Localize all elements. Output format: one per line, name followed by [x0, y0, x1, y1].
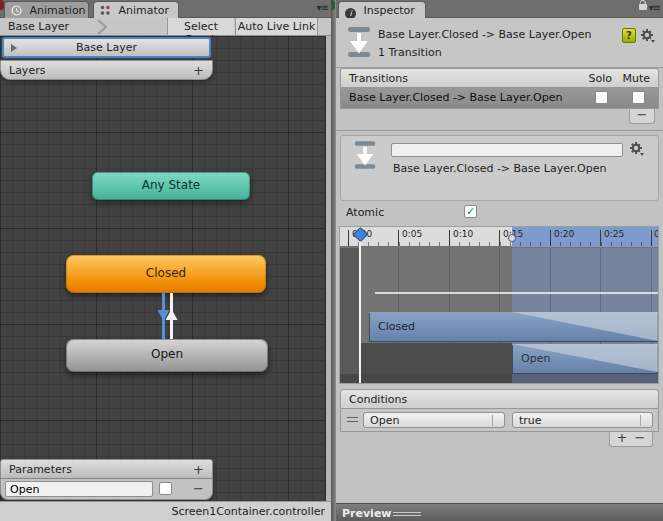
- transition-detail-label: Base Layer.Closed -> Base Layer.Open: [393, 162, 606, 175]
- conditions-header: Conditions: [340, 389, 659, 409]
- ruler-label: 0:3: [654, 229, 659, 239]
- mute-checkbox[interactable]: [632, 91, 645, 104]
- statusbar: Screen1Container.controller: [0, 501, 331, 521]
- inspector-title: Base Layer.Closed -> Base Layer.Open: [378, 28, 591, 41]
- atomic-checkbox[interactable]: ✓: [464, 205, 477, 218]
- parameter-bool-checkbox[interactable]: [159, 482, 172, 495]
- animator-tabstrip: Animation Animator ▾≡: [0, 0, 331, 18]
- clip-label: Open: [521, 352, 550, 365]
- timeline-clip-closed[interactable]: Closed: [369, 312, 658, 342]
- transition-start-marker[interactable]: [508, 234, 516, 242]
- add-layer-button[interactable]: +: [193, 63, 204, 78]
- separator: [336, 130, 663, 131]
- clip-label: Closed: [378, 320, 415, 333]
- tab-animator-label: Animator: [119, 4, 170, 17]
- timeline-empty-track: [359, 343, 512, 374]
- transition-arrows[interactable]: [150, 293, 190, 339]
- preview-drag-handle-icon: [393, 512, 421, 516]
- atomic-row: Atomic ✓: [346, 206, 656, 222]
- gear-icon[interactable]: [640, 28, 655, 46]
- lock-icon[interactable]: [639, 4, 647, 10]
- transition-timeline[interactable]: 0:00 0:05 0:10 0:15 0:20 0:25 0:3 Closed: [339, 226, 659, 384]
- state-node-label: Open: [151, 347, 183, 361]
- tab-inspector[interactable]: i Inspector: [338, 1, 426, 18]
- dropdown-arrows-icon: [640, 415, 649, 426]
- pane-menu-icon[interactable]: ▾≡: [649, 2, 660, 13]
- pane-menu-icon[interactable]: ▾≡: [317, 2, 328, 13]
- remove-condition-button[interactable]: −: [631, 432, 649, 444]
- parameters-panel-header: Parameters +: [0, 459, 213, 479]
- disclosure-triangle-icon: [11, 44, 17, 52]
- layers-header-label: Layers: [9, 64, 45, 77]
- add-condition-button[interactable]: +: [613, 432, 631, 444]
- transition-icon: [353, 140, 377, 173]
- layers-panel-header: Layers +: [0, 60, 213, 80]
- condition-value-dropdown[interactable]: true: [512, 412, 653, 428]
- animator-icon: [100, 5, 111, 19]
- auto-live-link-button[interactable]: Auto Live Link: [235, 18, 318, 35]
- mute-column-label: Mute: [622, 72, 650, 85]
- breadcrumb-bar: Base Layer Select Graph Auto Live Link: [0, 18, 331, 36]
- transition-name-field[interactable]: [391, 143, 623, 157]
- solo-column-label: Solo: [589, 72, 613, 85]
- animator-graph-canvas[interactable]: Base Layer Layers + Any State Closed Ope…: [0, 36, 331, 501]
- ruler-minor-ticks: [348, 242, 658, 246]
- timeline-bottom-strip: [512, 374, 658, 384]
- condition-row: Open true: [340, 409, 659, 432]
- transitions-footer: −: [340, 109, 659, 127]
- tab-animation-label: Animation: [30, 4, 86, 17]
- conditions-footer: +−: [340, 432, 659, 450]
- conditions-section: Conditions Open true +−: [340, 389, 659, 450]
- gear-icon[interactable]: [629, 141, 644, 159]
- parameter-row: −: [0, 479, 213, 500]
- solo-checkbox[interactable]: [595, 91, 608, 104]
- timeline-bottom-strip: [340, 374, 512, 384]
- state-node-any-state[interactable]: Any State: [92, 172, 250, 200]
- layer-row-base-layer[interactable]: Base Layer: [2, 37, 211, 58]
- playhead-line: [359, 240, 361, 383]
- ruler-label: 0:05: [402, 229, 422, 239]
- condition-parameter-value: Open: [370, 414, 399, 427]
- ruler-label: 0:10: [453, 229, 473, 239]
- tab-animation[interactable]: Animation: [4, 1, 89, 18]
- tab-inspector-label: Inspector: [364, 4, 415, 17]
- state-node-closed[interactable]: Closed: [66, 255, 266, 293]
- inspector-window: i Inspector ▾≡ Base Layer.Closed -> Base…: [336, 0, 663, 521]
- transition-list-row[interactable]: Base Layer.Closed -> Base Layer.Open: [340, 88, 659, 109]
- timeline-ruler[interactable]: 0:00 0:05 0:10 0:15 0:20 0:25 0:3: [340, 227, 658, 247]
- transition-row-label: Base Layer.Closed -> Base Layer.Open: [349, 91, 562, 104]
- drag-handle-icon[interactable]: [347, 417, 358, 422]
- timeline-clip-open[interactable]: Open: [512, 344, 658, 374]
- preview-bar[interactable]: Preview: [336, 503, 663, 521]
- layer-row-label: Base Layer: [76, 41, 137, 54]
- timeline-body[interactable]: Closed Open: [340, 248, 658, 384]
- help-book-icon[interactable]: ?: [622, 28, 636, 43]
- transition-detail-box: Base Layer.Closed -> Base Layer.Open: [340, 135, 659, 201]
- select-graph-button[interactable]: Select Graph: [167, 18, 234, 35]
- ruler-label: 0:25: [604, 229, 624, 239]
- controller-path-label: Screen1Container.controller: [171, 505, 325, 518]
- state-node-label: Any State: [142, 178, 201, 192]
- animator-window: Animation Animator ▾≡ Base Layer Select …: [0, 0, 331, 521]
- tab-animator[interactable]: Animator: [93, 1, 179, 18]
- breadcrumb[interactable]: Base Layer: [8, 20, 69, 33]
- preview-label: Preview: [342, 507, 392, 520]
- remove-transition-button[interactable]: −: [629, 109, 655, 124]
- condition-list-buttons: +−: [609, 432, 653, 447]
- clock-icon: [11, 5, 22, 19]
- parameter-name-field[interactable]: [5, 481, 153, 497]
- condition-parameter-dropdown[interactable]: Open: [363, 412, 505, 428]
- transition-icon: [346, 26, 372, 61]
- state-node-label: Closed: [146, 266, 186, 280]
- transitions-header-label: Transitions: [349, 72, 408, 85]
- transitions-section: Transitions Solo Mute Base Layer.Closed …: [340, 68, 659, 127]
- window-edge-sliver: [331, 0, 335, 10]
- transitions-header: Transitions Solo Mute: [340, 68, 659, 88]
- dropdown-arrows-icon: [492, 415, 501, 426]
- inspector-subtitle: 1 Transition: [378, 46, 442, 59]
- parameters-header-label: Parameters: [9, 463, 72, 476]
- state-node-open[interactable]: Open: [66, 339, 268, 372]
- remove-parameter-button[interactable]: −: [193, 481, 204, 496]
- add-parameter-button[interactable]: +: [193, 462, 204, 477]
- ruler-label: 0:20: [554, 229, 574, 239]
